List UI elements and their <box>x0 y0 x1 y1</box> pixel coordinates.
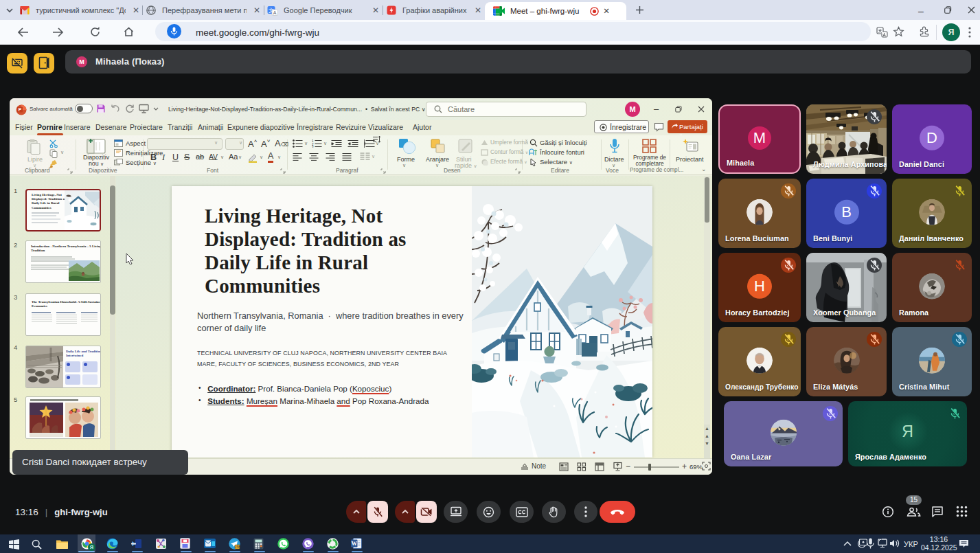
svg-text:3: 3 <box>312 146 314 148</box>
svg-text:P: P <box>19 107 22 112</box>
svg-text:W: W <box>351 540 357 547</box>
svg-text:A: A <box>273 10 277 14</box>
svg-text:158: 158 <box>235 545 240 549</box>
